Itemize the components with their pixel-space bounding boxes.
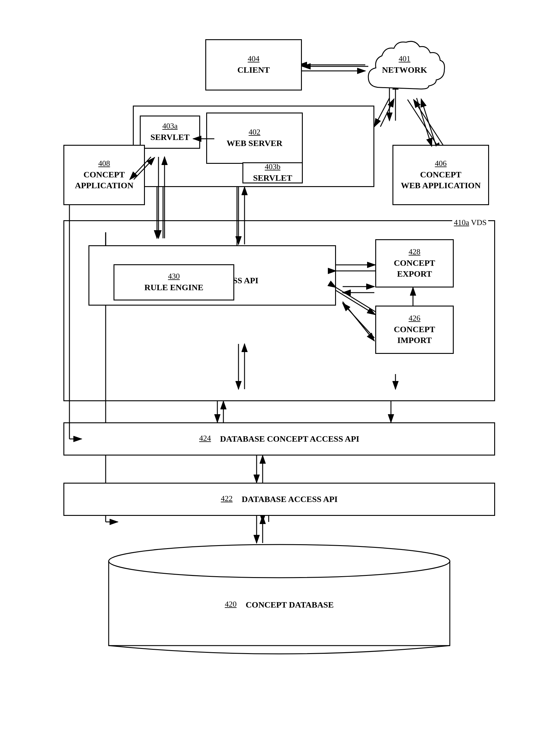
db-access-api-box: 422 DATABASE ACCESS API xyxy=(63,483,495,516)
network-label: NETWORK xyxy=(382,65,427,76)
web-server-box: 402 WEB SERVER xyxy=(206,112,303,164)
concept-export-label: CONCEPT EXPORT xyxy=(394,258,435,280)
concept-export-box: 428 CONCEPT EXPORT xyxy=(375,239,454,288)
client-label: CLIENT xyxy=(237,65,269,76)
concept-application-id: 408 xyxy=(98,159,110,168)
db-concept-access-api-box: 424 DATABASE CONCEPT ACCESS API xyxy=(63,422,495,456)
svg-line-46 xyxy=(374,98,389,127)
svg-line-38 xyxy=(336,291,375,315)
db-concept-access-api-id: 424 xyxy=(199,434,211,443)
concept-application-label: CONCEPT APPLICATION xyxy=(75,169,134,191)
concept-access-api-box: 432 CONCEPT ACCESS API 430 RULE ENGINE xyxy=(88,245,336,306)
rule-engine-box: 430 RULE ENGINE xyxy=(114,264,234,300)
concept-web-application-box: 406 CONCEPT WEB APPLICATION xyxy=(393,145,489,205)
concept-web-application-label: CONCEPT WEB APPLICATION xyxy=(401,169,481,191)
network-cloud: 401 NETWORK xyxy=(362,33,447,100)
concept-database-cylinder: 420 CONCEPT DATABASE xyxy=(106,543,453,658)
vds-id: 410a xyxy=(454,218,469,227)
concept-web-application-id: 406 xyxy=(435,159,447,168)
diagram-container: 404 CLIENT 401 NETWORK 403a SERVLET 402 … xyxy=(45,15,513,739)
db-concept-access-api-label: DATABASE CONCEPT ACCESS API xyxy=(220,434,359,444)
svg-line-47 xyxy=(380,99,394,127)
svg-point-42 xyxy=(109,545,450,578)
servlet-b-label: SERVLET xyxy=(253,172,292,184)
servlet-a-label: SERVLET xyxy=(151,132,189,143)
web-server-container: 403a SERVLET 402 WEB SERVER 403b SERVLET xyxy=(133,106,374,187)
concept-import-box: 426 CONCEPT IMPORT xyxy=(375,306,454,354)
network-id: 401 xyxy=(382,54,427,63)
concept-database-label: CONCEPT DATABASE xyxy=(246,600,334,610)
servlet-a-box: 403a SERVLET xyxy=(140,115,200,149)
rule-engine-label: RULE ENGINE xyxy=(144,282,203,293)
db-access-api-label: DATABASE ACCESS API xyxy=(242,494,338,505)
client-id: 404 xyxy=(248,54,260,63)
concept-import-id: 426 xyxy=(409,314,421,323)
svg-line-48 xyxy=(417,98,432,146)
web-server-label: WEB SERVER xyxy=(227,138,283,149)
svg-line-49 xyxy=(421,99,436,146)
network-text: 401 NETWORK xyxy=(382,54,427,76)
svg-line-39 xyxy=(336,288,375,312)
svg-line-9 xyxy=(414,100,447,151)
client-box: 404 CLIENT xyxy=(205,39,302,90)
svg-line-8 xyxy=(407,100,441,151)
db-access-api-id: 422 xyxy=(221,494,233,503)
rule-engine-id: 430 xyxy=(168,272,180,281)
servlet-b-id: 403b xyxy=(265,162,280,171)
servlet-a-id: 403a xyxy=(162,122,178,131)
concept-export-id: 428 xyxy=(409,247,421,256)
vds-outer-box: 410a VDS 432 CONCEPT ACCESS API 430 RULE… xyxy=(63,220,495,401)
concept-import-label: CONCEPT IMPORT xyxy=(394,324,435,346)
concept-application-box: 408 CONCEPT APPLICATION xyxy=(63,145,145,205)
web-server-id: 402 xyxy=(249,128,261,136)
concept-database-id: 420 xyxy=(225,600,237,609)
servlet-b-box: 403b SERVLET xyxy=(242,162,303,184)
vds-label: 410a VDS xyxy=(452,218,488,227)
concept-database-text: 420 CONCEPT DATABASE xyxy=(225,600,334,610)
vds-text: VDS xyxy=(471,218,487,227)
